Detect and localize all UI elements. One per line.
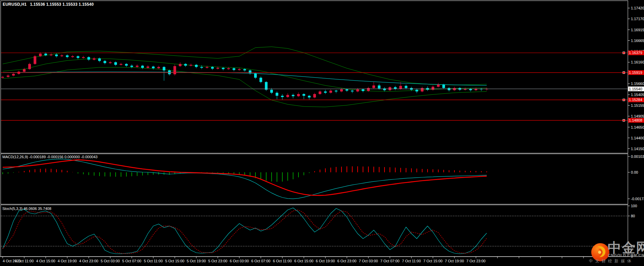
candle bbox=[346, 89, 348, 91]
price-axis[interactable]: 1.174201.171701.169151.166651.164151.161… bbox=[628, 6, 644, 151]
candle bbox=[227, 68, 230, 69]
macd-axis[interactable]: 0.0010370.00-0.001734 bbox=[628, 154, 644, 201]
indicator-overlays bbox=[3, 47, 487, 107]
candle bbox=[437, 85, 440, 87]
candle bbox=[130, 66, 133, 67]
candle bbox=[163, 67, 165, 70]
candle bbox=[292, 95, 294, 96]
watermark-domain-text: CNGOLD.COM.CN bbox=[608, 253, 644, 257]
stoch-panel[interactable] bbox=[1, 208, 628, 254]
candle bbox=[61, 55, 63, 56]
candle bbox=[335, 91, 337, 92]
svg-text:1.15155: 1.15155 bbox=[631, 103, 644, 107]
candle bbox=[329, 91, 332, 93]
svg-text:1.16915: 1.16915 bbox=[631, 28, 644, 32]
candle bbox=[82, 57, 85, 58]
time-label: 5 Oct 03:00 bbox=[101, 259, 120, 263]
svg-text:0.00: 0.00 bbox=[631, 170, 638, 174]
candle bbox=[120, 64, 122, 65]
candle bbox=[114, 62, 117, 65]
candle bbox=[362, 89, 364, 91]
time-label: 5 Oct 19:00 bbox=[187, 259, 206, 263]
candle bbox=[421, 88, 424, 91]
svg-text:-0.001734: -0.001734 bbox=[631, 197, 644, 201]
svg-text:1.17420: 1.17420 bbox=[631, 6, 644, 10]
time-label: 7 Oct 23:00 bbox=[467, 259, 486, 263]
time-label: 6 Oct 07:00 bbox=[251, 259, 271, 263]
candle bbox=[324, 91, 327, 93]
stoch-k-line bbox=[3, 208, 487, 254]
candle bbox=[190, 65, 192, 66]
candle bbox=[157, 67, 160, 68]
svg-text:1.14808: 1.14808 bbox=[629, 118, 642, 122]
candle bbox=[141, 66, 144, 68]
candle bbox=[125, 64, 128, 65]
svg-text:1.14400: 1.14400 bbox=[631, 136, 644, 140]
candle bbox=[265, 82, 268, 90]
candle bbox=[7, 76, 9, 77]
hline-handle bbox=[623, 72, 625, 74]
chart-title: EURUSD,H11.15536 1.15553 1.15533 1.15540 bbox=[3, 2, 94, 7]
candle bbox=[104, 61, 106, 63]
svg-text:1.14905: 1.14905 bbox=[631, 114, 644, 118]
time-label: 7 Oct 15:00 bbox=[424, 259, 443, 263]
time-label: 4 Oct 11:00 bbox=[15, 259, 34, 263]
candle bbox=[270, 90, 273, 93]
candle bbox=[372, 85, 375, 88]
time-label: 5 Oct 11:00 bbox=[144, 259, 163, 263]
candle bbox=[383, 88, 386, 90]
macd-panel[interactable] bbox=[3, 159, 487, 198]
time-label: 6 Oct 23:00 bbox=[337, 259, 357, 263]
candle bbox=[87, 57, 90, 60]
symbol-period-label: EURUSD,H1 bbox=[3, 2, 27, 7]
time-axis[interactable]: 4 Oct 20214 Oct 11:004 Oct 15:004 Oct 19… bbox=[3, 257, 605, 263]
panel-frames bbox=[0, 1, 644, 257]
candle bbox=[23, 69, 26, 72]
candle bbox=[195, 65, 198, 67]
ma-cyan-line bbox=[3, 72, 487, 85]
candle bbox=[233, 68, 235, 70]
candle bbox=[39, 54, 42, 56]
svg-text:1.17170: 1.17170 bbox=[631, 17, 644, 21]
time-label: 4 Oct 23:00 bbox=[79, 259, 98, 263]
candle bbox=[152, 66, 155, 68]
macd-main-line bbox=[3, 159, 487, 198]
candle bbox=[1, 77, 4, 78]
svg-text:0.001037: 0.001037 bbox=[631, 154, 644, 159]
price-hlines[interactable] bbox=[1, 52, 628, 121]
stoch-d-line bbox=[3, 210, 487, 254]
time-label: 5 Oct 07:00 bbox=[122, 259, 142, 263]
svg-text:1.16379: 1.16379 bbox=[629, 51, 642, 55]
candle bbox=[259, 78, 262, 82]
chart-canvas[interactable]: 1.174201.171701.169151.166651.164151.161… bbox=[0, 0, 644, 266]
svg-text:1.14650: 1.14650 bbox=[631, 125, 644, 129]
candle bbox=[469, 89, 472, 90]
candle bbox=[308, 96, 311, 97]
bb-lower-line bbox=[3, 68, 487, 107]
svg-text:1.15540: 1.15540 bbox=[629, 87, 642, 91]
time-label: 7 Oct 11:00 bbox=[402, 259, 421, 263]
time-label: 6 Oct 11:00 bbox=[273, 259, 292, 263]
candle bbox=[50, 54, 52, 55]
candle bbox=[319, 91, 321, 94]
candlestick-series[interactable] bbox=[1, 52, 488, 100]
bb-middle-line bbox=[3, 59, 487, 91]
svg-text:1.16160: 1.16160 bbox=[631, 60, 644, 64]
candle bbox=[222, 68, 225, 69]
candle bbox=[136, 66, 138, 67]
svg-text:80: 80 bbox=[631, 214, 635, 218]
candle bbox=[297, 94, 300, 96]
time-label: 5 Oct 15:00 bbox=[165, 259, 185, 263]
svg-text:100: 100 bbox=[631, 204, 637, 208]
candle bbox=[276, 93, 278, 96]
candle bbox=[93, 58, 95, 60]
time-label: 7 Oct 07:00 bbox=[380, 259, 400, 263]
candle bbox=[34, 56, 36, 64]
candle bbox=[313, 94, 316, 97]
candle bbox=[200, 67, 203, 68]
ohlc-quote-values: 1.15536 1.15553 1.15533 1.15540 bbox=[30, 2, 94, 7]
candle bbox=[281, 96, 284, 97]
candle bbox=[356, 89, 359, 91]
candle bbox=[367, 88, 370, 91]
candle bbox=[378, 85, 380, 88]
